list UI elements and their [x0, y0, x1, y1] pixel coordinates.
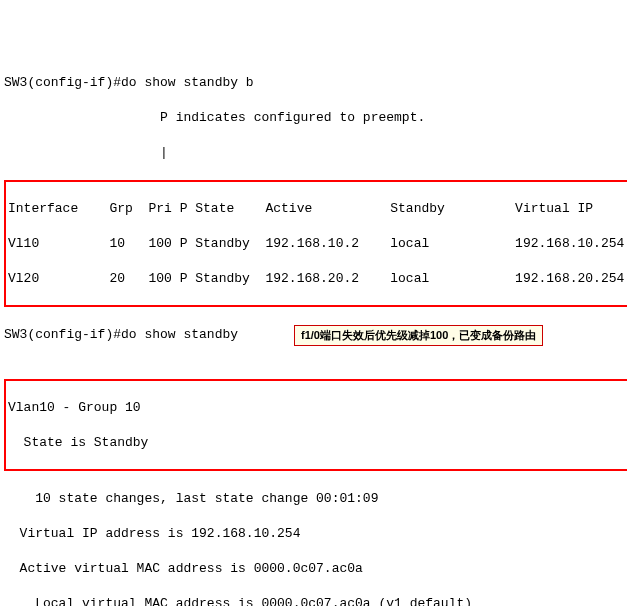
cmd-line-2: SW3(config-if)#do show standby f1/0端口失效后… [4, 326, 627, 361]
table-row: Vl20 20 100 P Standby 192.168.20.2 local… [8, 270, 627, 288]
output-line: Active virtual MAC address is 0000.0c07.… [4, 560, 627, 578]
cmd-line-1: SW3(config-if)#do show standby b [4, 74, 627, 92]
prompt: SW3(config-if)# [4, 327, 121, 342]
indicator-line: P indicates configured to preempt. [4, 109, 627, 127]
annotation-box: f1/0端口失效后优先级减掉100，已变成备份路由 [294, 325, 543, 346]
cmd-text: do show standby b [121, 75, 254, 90]
pipe-line: | [4, 144, 627, 162]
state-line: State is Standby [8, 434, 627, 452]
table-header: Interface Grp Pri P State Active Standby… [8, 200, 627, 218]
state-box-v10: Vlan10 - Group 10 State is Standby [4, 379, 627, 471]
output-line: 10 state changes, last state change 00:0… [4, 490, 627, 508]
standby-brief-table-box: Interface Grp Pri P State Active Standby… [4, 180, 627, 307]
cmd-text: do show standby [121, 327, 238, 342]
output-line: Virtual IP address is 192.168.10.254 [4, 525, 627, 543]
table-row: Vl10 10 100 P Standby 192.168.10.2 local… [8, 235, 627, 253]
output-line: Local virtual MAC address is 0000.0c07.a… [4, 595, 627, 606]
group-header: Vlan10 - Group 10 [8, 399, 627, 417]
prompt: SW3(config-if)# [4, 75, 121, 90]
